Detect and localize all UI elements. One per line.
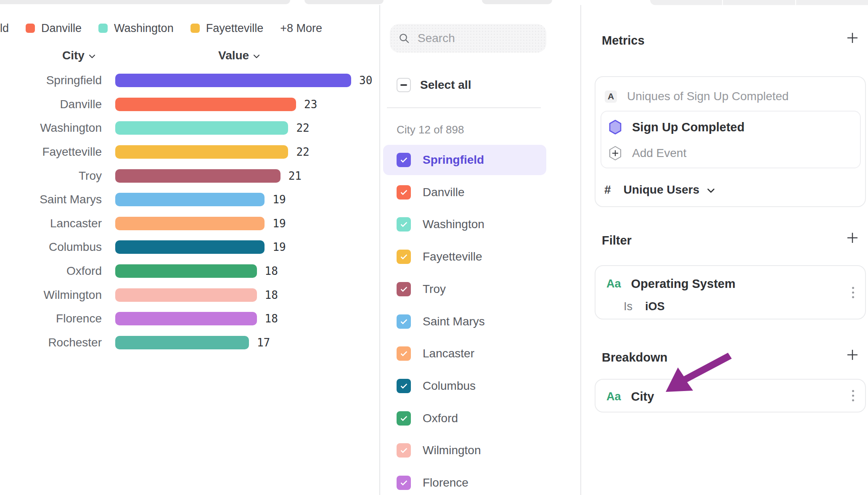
filter-condition-row[interactable]: Is iOS	[624, 299, 665, 314]
filter-card[interactable]: Aa Operating System Is iOS	[595, 265, 866, 319]
select-all-checkbox[interactable]	[397, 78, 411, 92]
chart-row[interactable]: Troy21	[0, 164, 379, 188]
city-list-item[interactable]: Danville	[383, 177, 546, 208]
value-header-label: Value	[218, 49, 249, 62]
bar[interactable]	[115, 336, 249, 349]
chart-row[interactable]: Florence18	[0, 307, 379, 331]
bar[interactable]	[115, 288, 257, 302]
legend-item[interactable]: Fayetteville	[191, 22, 264, 35]
add-metric-button[interactable]	[845, 31, 860, 45]
bar-category-label: Lancaster	[0, 217, 102, 230]
city-list-item[interactable]: Washington	[383, 209, 546, 240]
city-checkbox[interactable]	[397, 250, 411, 264]
city-checkbox[interactable]	[397, 153, 411, 167]
measure-dropdown[interactable]: # Unique Users	[604, 181, 715, 199]
bar[interactable]	[115, 217, 265, 230]
top-tab-1[interactable]	[650, 0, 722, 5]
chart-row[interactable]: Saint Marys19	[0, 188, 379, 212]
legend-swatch	[98, 24, 108, 33]
chart-row[interactable]: Columbus19	[0, 235, 379, 259]
sort-header-value[interactable]: Value	[218, 49, 260, 62]
chart-row[interactable]: Wilmington18	[0, 283, 379, 307]
bar[interactable]	[115, 312, 257, 325]
add-event-row[interactable]: Add Event	[609, 144, 686, 163]
add-breakdown-button[interactable]	[845, 348, 860, 362]
breakdown-property-row: Aa City	[606, 380, 654, 413]
bar[interactable]	[115, 98, 296, 111]
legend-more-button[interactable]: +8 More	[280, 22, 322, 35]
city-label: Oxford	[423, 412, 458, 425]
city-label: Columbus	[423, 379, 476, 393]
filter-operator-label: Is	[624, 300, 632, 313]
city-label: Florence	[423, 476, 468, 490]
legend-label: Danville	[41, 22, 82, 35]
bar[interactable]	[115, 121, 288, 135]
top-tab-bar-edge	[650, 0, 868, 5]
check-icon	[400, 317, 407, 324]
legend-item[interactable]: Danville	[26, 22, 82, 35]
chart-row[interactable]: Springfield30	[0, 69, 379, 93]
city-checkbox[interactable]	[397, 314, 411, 329]
city-checkbox[interactable]	[397, 185, 411, 200]
filter-kebab-menu[interactable]	[850, 285, 856, 300]
city-checkbox[interactable]	[397, 443, 411, 458]
event-row[interactable]: Sign Up Completed	[609, 117, 744, 137]
check-icon	[400, 350, 407, 357]
chart-row[interactable]: Danville23	[0, 93, 379, 117]
bar-category-label: Columbus	[0, 240, 102, 254]
bar-category-label: Oxford	[0, 264, 102, 278]
search-input[interactable]	[418, 32, 527, 45]
top-tab-3[interactable]	[796, 0, 868, 5]
breakdown-kebab-menu[interactable]	[850, 389, 856, 403]
city-checkbox[interactable]	[397, 282, 411, 296]
legend-item[interactable]: Washington	[98, 22, 174, 35]
chart-row[interactable]: Oxford18	[0, 259, 379, 283]
panel-divider-left	[379, 5, 380, 495]
chart-row[interactable]: Rochester17	[0, 331, 379, 355]
bar[interactable]	[115, 74, 351, 87]
city-checkbox[interactable]	[397, 217, 411, 232]
city-list-item[interactable]: Oxford	[383, 403, 546, 434]
city-checkbox[interactable]	[397, 379, 411, 393]
city-list-item[interactable]: Columbus	[383, 371, 546, 401]
city-list-item[interactable]: Lancaster	[383, 338, 546, 369]
bar-value-label: 22	[296, 146, 309, 158]
breakdown-card[interactable]: Aa City	[595, 379, 866, 412]
top-tab-2[interactable]	[723, 0, 795, 5]
select-all-row[interactable]: Select all	[397, 78, 471, 92]
bar-value-label: 22	[296, 122, 309, 134]
sort-header-city[interactable]: City	[62, 49, 95, 62]
city-list-item[interactable]: Florence	[383, 468, 546, 495]
bar[interactable]	[115, 145, 288, 159]
bar-value-label: 18	[265, 289, 278, 301]
search-box[interactable]	[390, 24, 546, 53]
city-list-item[interactable]: Fayetteville	[383, 242, 546, 272]
add-filter-button[interactable]	[845, 231, 860, 245]
bar-category-label: Troy	[0, 169, 102, 183]
check-icon	[400, 221, 407, 227]
city-checkbox[interactable]	[397, 476, 411, 490]
chart-row[interactable]: Washington22	[0, 116, 379, 140]
city-list-item[interactable]: Springfield	[383, 145, 546, 175]
add-event-label: Add Event	[632, 146, 686, 160]
bar[interactable]	[115, 240, 265, 254]
city-checkbox[interactable]	[397, 411, 411, 426]
bar[interactable]	[115, 193, 265, 206]
chart-legend: ld DanvilleWashingtonFayetteville +8 Mor…	[0, 21, 322, 35]
bar-chart: Springfield30Danville23Washington22Fayet…	[0, 69, 379, 354]
legend-item-partial[interactable]: ld	[0, 22, 9, 35]
chart-row[interactable]: Lancaster19	[0, 212, 379, 236]
bar-value-label: 30	[359, 74, 372, 87]
bar-category-label: Rochester	[0, 336, 102, 349]
metrics-heading: Metrics	[602, 34, 645, 48]
bar[interactable]	[115, 169, 281, 183]
measure-label: Unique Users	[624, 183, 700, 197]
city-list-item[interactable]: Troy	[383, 274, 546, 304]
chart-row[interactable]: Fayetteville22	[0, 140, 379, 164]
city-list-item[interactable]: Wilmington	[383, 435, 546, 466]
city-list-item[interactable]: Saint Marys	[383, 306, 546, 337]
bar[interactable]	[115, 264, 257, 278]
city-checkbox[interactable]	[397, 346, 411, 361]
metric-card[interactable]: A Uniques of Sign Up Completed Sign Up C…	[595, 76, 866, 207]
city-label: Danville	[423, 186, 465, 199]
